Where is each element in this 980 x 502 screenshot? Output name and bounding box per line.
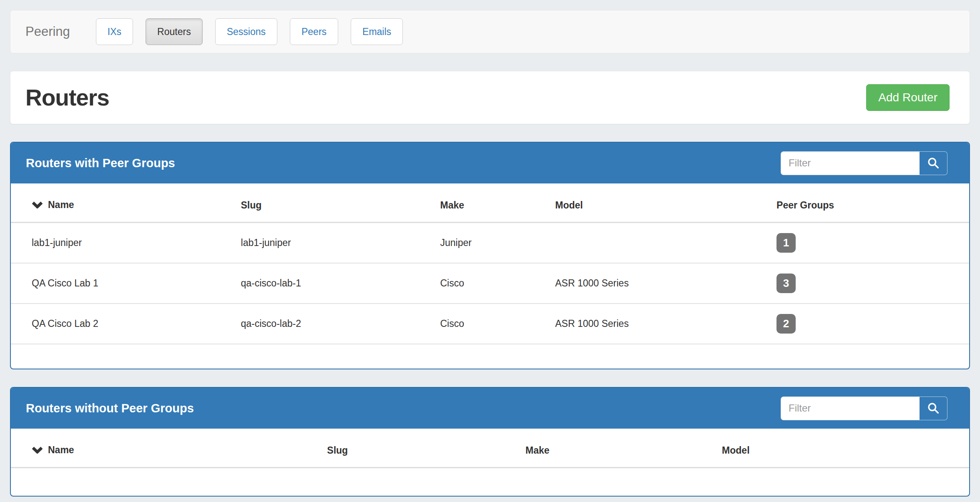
column-header-name[interactable]: Name xyxy=(11,183,241,223)
chevron-down-icon xyxy=(32,447,43,454)
cell-model: ASR 1000 Series xyxy=(555,263,776,304)
table-row[interactable]: QA Cisco Lab 2 qa-cisco-lab-2 Cisco ASR … xyxy=(11,304,969,344)
filter-search-button[interactable] xyxy=(920,397,947,420)
cell-name[interactable]: QA Cisco Lab 1 xyxy=(11,263,241,304)
cell-make: Cisco xyxy=(440,263,555,304)
peer-group-count-badge: 3 xyxy=(776,274,796,293)
table-bottom-spacer xyxy=(11,344,969,369)
empty-table-spacer xyxy=(11,468,969,496)
chevron-down-icon xyxy=(32,201,43,208)
cell-peer-groups: 1 xyxy=(776,223,969,264)
page-container: Peering IXs Routers Sessions Peers Email… xyxy=(10,10,970,497)
nav-item-peers[interactable]: Peers xyxy=(290,18,338,45)
cell-model xyxy=(555,223,776,264)
cell-model: ASR 1000 Series xyxy=(555,304,776,344)
routers-with-peer-groups-table: Name Slug Make Model Peer Groups lab1-ju… xyxy=(11,183,969,344)
add-router-button[interactable]: Add Router xyxy=(866,84,950,111)
column-header-model[interactable]: Model xyxy=(722,429,969,468)
panel-title: Routers without Peer Groups xyxy=(26,402,194,415)
routers-without-peer-groups-table: Name Slug Make Model xyxy=(11,429,969,468)
table-row[interactable]: QA Cisco Lab 1 qa-cisco-lab-1 Cisco ASR … xyxy=(11,263,969,304)
panel-routers-with-peer-groups: Routers with Peer Groups xyxy=(10,142,970,369)
nav-item-sessions[interactable]: Sessions xyxy=(215,18,277,45)
column-header-slug[interactable]: Slug xyxy=(241,183,440,223)
search-icon xyxy=(927,402,940,415)
cell-name[interactable]: QA Cisco Lab 2 xyxy=(11,304,241,344)
filter-search-button[interactable] xyxy=(920,151,947,175)
cell-make: Juniper xyxy=(440,223,555,264)
page-title: Routers xyxy=(25,84,109,111)
cell-slug: qa-cisco-lab-2 xyxy=(241,304,440,344)
nav-item-ixs[interactable]: IXs xyxy=(96,18,133,45)
filter-group xyxy=(781,151,947,175)
filter-input[interactable] xyxy=(781,397,920,420)
panel-title: Routers with Peer Groups xyxy=(26,156,175,170)
panel-routers-without-peer-groups: Routers without Peer Groups xyxy=(10,387,970,497)
nav-item-emails[interactable]: Emails xyxy=(351,18,403,45)
column-header-make[interactable]: Make xyxy=(525,429,722,468)
peer-group-count-badge: 1 xyxy=(776,233,796,253)
panel-heading: Routers without Peer Groups xyxy=(11,388,969,429)
filter-input[interactable] xyxy=(781,151,920,175)
cell-peer-groups: 2 xyxy=(776,304,969,344)
cell-make: Cisco xyxy=(440,304,555,344)
table-header-row: Name Slug Make Model Peer Groups xyxy=(11,183,969,223)
brand: Peering xyxy=(25,24,70,39)
nav-item-routers[interactable]: Routers xyxy=(146,18,203,45)
table-row[interactable]: lab1-juniper lab1-juniper Juniper 1 xyxy=(11,223,969,264)
table-header-row: Name Slug Make Model xyxy=(11,429,969,468)
page-header-card: Routers Add Router xyxy=(10,71,970,124)
column-header-make[interactable]: Make xyxy=(440,183,555,223)
peer-group-count-badge: 2 xyxy=(776,314,796,334)
search-icon xyxy=(927,156,940,170)
column-header-slug[interactable]: Slug xyxy=(327,429,525,468)
cell-name[interactable]: lab1-juniper xyxy=(11,223,241,264)
column-header-peer-groups[interactable]: Peer Groups xyxy=(776,183,969,223)
cell-peer-groups: 3 xyxy=(776,263,969,304)
filter-group xyxy=(781,397,947,420)
panel-heading: Routers with Peer Groups xyxy=(11,143,969,183)
cell-slug: lab1-juniper xyxy=(241,223,440,264)
column-header-name[interactable]: Name xyxy=(11,429,327,468)
cell-slug: qa-cisco-lab-1 xyxy=(241,263,440,304)
column-header-model[interactable]: Model xyxy=(555,183,776,223)
top-navbar: Peering IXs Routers Sessions Peers Email… xyxy=(10,10,970,53)
